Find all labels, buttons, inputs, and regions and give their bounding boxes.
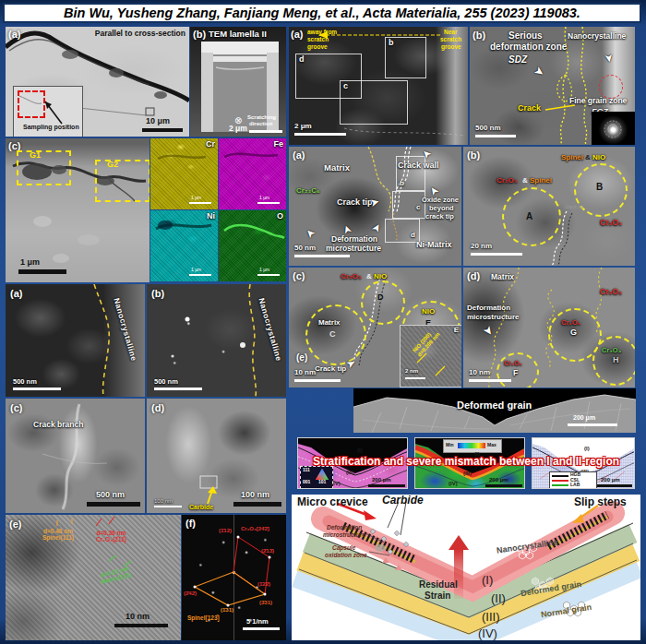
nio-label: NiO (592, 154, 605, 162)
carbide-label: Carbide (382, 495, 424, 507)
amp-label: & (585, 154, 591, 162)
scale-text: 10 nm (126, 613, 150, 622)
deformation-micro-label-1: Deformation (327, 524, 362, 531)
roi-circle-d (361, 280, 405, 325)
panel-tag: (a) (8, 29, 20, 40)
nanocrystalline-label: Nanocrystalline (568, 32, 626, 41)
eds-map-o: O 1 μm (219, 210, 286, 281)
panel-fft: (f) (1̄12) Cr₂O₃[24̄2̄] (2̄13̄) (1̄22̄) … (182, 515, 286, 640)
scale-text: 50 nm (294, 244, 316, 253)
region-label: (III) (346, 470, 354, 476)
scale-text: 500 nm (475, 125, 501, 133)
tile-scale-bar (189, 202, 211, 204)
region-label: (III) (463, 471, 472, 477)
roi-label-d: d (411, 232, 415, 240)
schematic-drawing (292, 495, 640, 640)
lab-label: LAB (570, 483, 580, 488)
deformation-micro-label-2: microstructure (323, 531, 365, 538)
sdz-arrow-icon: ➤ (532, 64, 546, 79)
spinel-label: Spinel (561, 154, 583, 162)
crack-label: Crack (518, 104, 541, 113)
roi-label-b: B (596, 182, 603, 192)
f-oxide-label: Cr₂O₃ (504, 360, 522, 367)
deformation-arrow-icon: ➤ (481, 323, 496, 338)
sdz-label-3: SDZ (508, 54, 527, 65)
scale-bar (294, 379, 341, 382)
tile-scale-bar (257, 274, 280, 276)
legend-min: Min (446, 443, 454, 448)
crack-tip-faint-label: crack tip (565, 204, 583, 209)
hgb-line (552, 475, 568, 477)
scratch-dir-2: direction (249, 121, 272, 127)
crack-tip-arrow-icon: ➤ (369, 196, 381, 209)
nanocrystalline-label: Nanocrystalline (496, 538, 559, 555)
region-label: (I) (357, 447, 363, 454)
panel-oxide-fgh: (d) Matrix Deformation microstructure ➤ … (463, 268, 635, 388)
panel-crack-branch: (c) Crack branch 500 nm (6, 399, 145, 513)
oxide-label-2: beyond (429, 205, 454, 212)
element-label: O (277, 212, 283, 221)
panel-tag: (b) (193, 29, 206, 40)
grain-box-g1 (17, 150, 71, 185)
scale-text: 20 nm (471, 243, 492, 251)
near-label-2: scratch (440, 36, 461, 42)
capsule-label-2: oxidation zone (325, 552, 367, 558)
cr2o3-label-tr: Cr₂O₃ (600, 288, 622, 296)
scale-text: 200 μm (573, 414, 595, 422)
spot-label: (3̄31) (259, 600, 272, 606)
scale-bar (154, 388, 202, 390)
panel-schematic: Micro crevice Carbide Slip steps Nanocry… (292, 495, 640, 640)
diffraction-vectors (182, 515, 286, 640)
tile-scale-text: 1 μm (259, 268, 269, 273)
eds-stem-image: (c) G1 G2 1 μm (6, 138, 150, 282)
panel-tag: (a) (291, 29, 303, 40)
near-label-3: groove (441, 43, 461, 50)
panel-oxide-cde: (c) Cr₂O₃ & NiO D Matrix C NiO E (e) Cra… (289, 268, 461, 388)
panel-tem-lamella: (b) TEM lamella II ⊗ Scratching directio… (190, 27, 286, 137)
panel-tag: (b) (467, 149, 480, 161)
scale-bar (142, 128, 183, 132)
h-oxide-label: Cr₃O₄ (602, 347, 621, 354)
grain-box-g2 (95, 160, 150, 202)
scale-text: 10 μm (146, 117, 170, 126)
scale-bar (597, 484, 632, 487)
cr2o3-spacing: d=0.36 nm Cr₂O₃(2̄11̄) (96, 530, 126, 543)
scale-bar (471, 253, 522, 256)
region-i-label: (I) (482, 574, 493, 587)
spot-label: (1̄12) (219, 528, 232, 534)
ebsd-overlay-caption: Stratification and severe mismatch betwe… (292, 456, 640, 468)
panel-tag: (b) (473, 30, 485, 41)
scale-text: 2 μm (229, 125, 247, 133)
element-label: Cr (206, 140, 215, 149)
plane-label: Cr₂O₃(2̄11̄) (96, 536, 126, 543)
crack-tip-label: Crack tip (315, 365, 346, 374)
element-label: Fe (273, 140, 283, 149)
panel-hrtem: (e) d=0.48 nm Spinel(111̄) d=0.36 nm Cr₂… (6, 515, 181, 640)
scale-bar (294, 133, 346, 136)
scratch-dir-1: Scratching (247, 114, 276, 121)
cr2o3-label-right: Cr₂O₃ (600, 219, 622, 227)
roi-label-d: D (377, 293, 384, 303)
spinel-spacing: d=0.48 nm Spinel(111̄) (42, 528, 74, 541)
region-iv-label: (IV) (478, 627, 497, 640)
away-label-2: scratch (307, 36, 329, 42)
deformation-label-1: Deformation (467, 304, 510, 313)
oxide-label-3: crack tip (425, 213, 454, 221)
away-label-1: away from (307, 29, 337, 35)
carbide-specks (370, 529, 409, 555)
region-iii-label: (III) (482, 611, 500, 624)
region-label: (I) (584, 446, 590, 452)
kam-legend: Min Max (443, 439, 502, 453)
nano-arrow-icon: ➤ (603, 53, 616, 64)
near-label-1: Near (444, 29, 457, 35)
panel-tag: (f) (185, 518, 196, 529)
matrix-label: Matrix (491, 273, 514, 281)
panel-tag: (a) (10, 288, 22, 299)
scale-bar (368, 484, 405, 487)
spacing-value: d=0.48 nm (42, 528, 74, 534)
nanocrystalline-label: Nanocrystalline (112, 297, 138, 363)
spacing-value: d=0.36 nm (96, 530, 126, 536)
lamella-title: TEM lamella II (209, 30, 267, 39)
deformed-grain-label: Deformed grain (457, 400, 532, 411)
spot-label: (2̄13̄) (261, 548, 274, 555)
